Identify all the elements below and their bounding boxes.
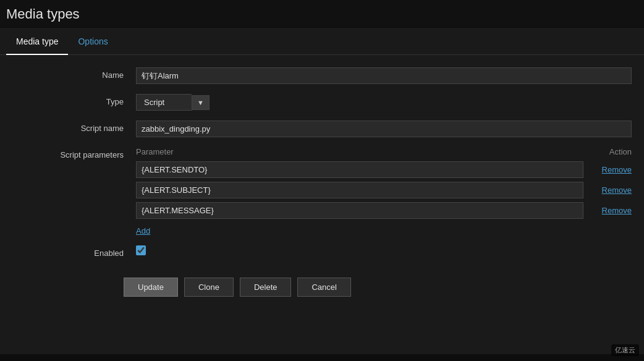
update-button[interactable]: Update bbox=[124, 278, 178, 297]
tab-options[interactable]: Options bbox=[68, 29, 117, 55]
page-header: Media types bbox=[0, 0, 644, 29]
type-field-wrap: Script ▼ bbox=[136, 94, 632, 111]
params-header: Parameter Action bbox=[136, 147, 632, 156]
cancel-button[interactable]: Cancel bbox=[297, 278, 350, 297]
script-name-row: Script name bbox=[0, 121, 644, 137]
name-input[interactable] bbox=[136, 67, 632, 84]
delete-button[interactable]: Delete bbox=[240, 278, 292, 297]
param-input-1[interactable] bbox=[136, 182, 583, 198]
remove-button-1[interactable]: Remove bbox=[588, 185, 632, 195]
enabled-row: Enabled bbox=[0, 245, 644, 258]
param-input-0[interactable] bbox=[136, 161, 583, 178]
tab-media-type[interactable]: Media type bbox=[6, 29, 68, 55]
enabled-checkbox[interactable] bbox=[136, 245, 146, 255]
watermark: 亿速云 bbox=[611, 344, 639, 356]
form-content: Name Type Script ▼ Script name Script pa… bbox=[0, 55, 644, 354]
add-param-link[interactable]: Add bbox=[136, 226, 150, 236]
type-select-group: Script ▼ bbox=[136, 94, 632, 111]
param-input-2[interactable] bbox=[136, 202, 583, 219]
name-row: Name bbox=[0, 67, 644, 84]
action-buttons: Update Clone Delete Cancel bbox=[0, 268, 644, 297]
type-label: Type bbox=[12, 94, 136, 106]
script-name-label: Script name bbox=[12, 121, 136, 133]
action-col-header: Action bbox=[582, 147, 632, 156]
script-name-field-wrap bbox=[136, 121, 632, 137]
tab-bar: Media type Options bbox=[0, 29, 644, 55]
name-field-wrap bbox=[136, 67, 632, 84]
param-row-2: Remove bbox=[136, 202, 632, 219]
enabled-label: Enabled bbox=[12, 245, 136, 258]
script-params-label: Script parameters bbox=[12, 147, 136, 159]
remove-button-0[interactable]: Remove bbox=[588, 165, 632, 174]
param-row-0: Remove bbox=[136, 161, 632, 178]
param-col-header: Parameter bbox=[136, 147, 582, 156]
script-params-area: Parameter Action Remove Remove Remove Ad… bbox=[136, 147, 632, 236]
enabled-field-wrap bbox=[136, 245, 632, 255]
type-row: Type Script ▼ bbox=[0, 94, 644, 111]
script-name-input[interactable] bbox=[136, 121, 632, 137]
script-params-row: Script parameters Parameter Action Remov… bbox=[0, 147, 644, 236]
type-value: Script bbox=[136, 94, 192, 111]
clone-button[interactable]: Clone bbox=[184, 278, 234, 297]
param-row-1: Remove bbox=[136, 182, 632, 198]
page-title: Media types bbox=[6, 6, 634, 22]
name-label: Name bbox=[12, 67, 136, 80]
type-dropdown-arrow[interactable]: ▼ bbox=[192, 95, 210, 110]
remove-button-2[interactable]: Remove bbox=[588, 206, 632, 215]
